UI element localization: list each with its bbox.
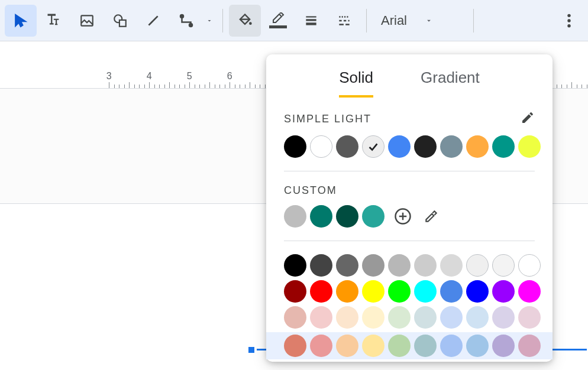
ruler-number: 3 [106,71,112,82]
select-tool[interactable] [5,5,37,37]
color-swatch[interactable] [492,335,515,357]
custom-swatch[interactable] [284,205,306,228]
color-swatch[interactable] [440,254,463,277]
theme-swatch[interactable] [310,135,332,158]
shape-tool-group [104,5,136,37]
font-selector[interactable]: Arial [373,5,467,37]
border-color-tool[interactable] [262,5,294,37]
gray-swatches [284,254,535,277]
ruler-number: 4 [147,71,152,82]
svg-line-3 [148,16,157,25]
theme-swatch[interactable] [336,135,358,158]
separator [473,9,474,33]
theme-swatch[interactable] [284,135,306,158]
color-swatch[interactable] [466,280,489,303]
add-custom-color[interactable] [392,205,414,228]
color-swatch[interactable] [388,335,411,357]
font-name-label: Arial [381,13,407,28]
tab-gradient[interactable]: Gradient [421,69,480,98]
color-swatch[interactable] [362,254,385,277]
color-swatch[interactable] [284,306,306,329]
shape-tool[interactable] [104,5,136,37]
color-swatch[interactable] [518,280,541,303]
popup-tabs: Solid Gradient [266,54,553,98]
theme-colors-label: SIMPLE LIGHT [284,113,371,125]
color-swatch[interactable] [284,254,306,277]
svg-point-5 [189,24,192,27]
color-swatch[interactable] [440,335,463,357]
color-swatch[interactable] [362,335,385,357]
border-dash-tool[interactable] [328,5,360,37]
color-swatch[interactable] [336,280,358,303]
svg-rect-2 [119,20,126,26]
color-swatch[interactable] [336,335,358,357]
tint1-swatches [284,306,535,329]
color-swatch[interactable] [284,280,306,303]
color-swatch[interactable] [310,306,332,329]
color-swatch[interactable] [518,335,541,357]
chevron-down-icon [425,17,433,25]
svg-point-6 [249,22,252,25]
connector-dropdown[interactable] [202,5,217,37]
divider [284,171,535,171]
connector-tool-group [170,5,217,37]
more-tools[interactable] [555,5,583,37]
color-swatch[interactable] [440,280,463,303]
theme-swatch[interactable] [388,135,411,158]
color-swatch[interactable] [414,254,437,277]
selection-handle[interactable] [247,346,256,354]
color-swatch[interactable] [466,335,489,357]
bright-swatches [284,280,535,303]
color-swatch[interactable] [492,254,515,277]
color-swatch[interactable] [362,280,385,303]
color-swatch[interactable] [310,280,332,303]
ruler-number: 5 [187,71,192,82]
tint2-swatches [284,335,553,357]
line-tool[interactable] [137,5,169,37]
theme-swatch[interactable] [414,135,437,158]
color-swatch[interactable] [466,306,489,329]
theme-swatches [284,135,535,158]
color-swatch[interactable] [414,335,437,357]
theme-swatch[interactable] [492,135,515,158]
custom-swatch[interactable] [362,205,385,228]
ruler-number: 6 [227,71,232,82]
fill-color-tool[interactable] [229,5,261,37]
color-swatch[interactable] [336,306,358,329]
theme-swatch[interactable] [466,135,489,158]
image-tool[interactable] [71,5,103,37]
custom-swatch[interactable] [336,205,358,228]
edit-theme-colors[interactable] [521,111,535,127]
fill-color-popup: Solid Gradient SIMPLE LIGHT CUSTOM [266,54,553,362]
separator [366,9,367,33]
color-swatch[interactable] [336,254,358,277]
color-swatch[interactable] [388,254,411,277]
divider [284,241,535,241]
color-swatch[interactable] [310,254,332,277]
border-weight-tool[interactable] [295,5,327,37]
eyedropper-tool[interactable] [420,205,442,228]
color-swatch[interactable] [414,306,437,329]
theme-swatch[interactable] [440,135,463,158]
color-swatch[interactable] [466,254,489,277]
color-swatch[interactable] [518,254,541,277]
color-swatch[interactable] [388,306,411,329]
color-swatch[interactable] [284,335,306,357]
color-swatch[interactable] [492,280,515,303]
color-swatch[interactable] [388,280,411,303]
color-swatch[interactable] [492,306,515,329]
theme-swatch[interactable] [362,135,385,158]
color-swatch[interactable] [362,306,385,329]
color-swatch[interactable] [310,335,332,357]
svg-point-13 [567,14,570,17]
tab-solid[interactable]: Solid [339,69,373,98]
textbox-tool[interactable] [38,5,70,37]
toolbar: Arial [0,0,588,41]
custom-colors-label: CUSTOM [284,184,337,197]
color-swatch[interactable] [518,306,541,329]
custom-swatch[interactable] [310,205,332,228]
color-swatch[interactable] [414,280,437,303]
theme-swatch[interactable] [518,135,541,158]
connector-tool[interactable] [170,5,202,37]
color-swatch[interactable] [440,306,463,329]
